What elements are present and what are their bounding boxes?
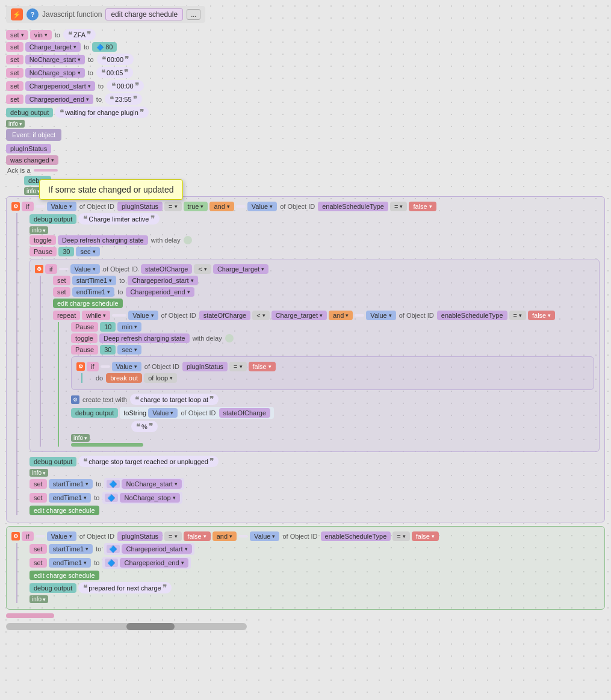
- while-chip[interactable]: while: [82, 311, 110, 320]
- plugin-status-id[interactable]: plugInStatus: [117, 202, 163, 211]
- break-out-chip[interactable]: break out: [106, 373, 142, 383]
- ct-ref2-chip[interactable]: Charge_target: [271, 311, 327, 320]
- false4-chip[interactable]: false: [184, 531, 211, 541]
- deep-refresh2-chip[interactable]: Deep refresh charging state: [99, 333, 190, 343]
- set-chip2[interactable]: set: [6, 42, 23, 52]
- debug-chip[interactable]: debug output: [6, 108, 53, 117]
- value1-chip[interactable]: Value: [47, 202, 76, 211]
- eq1-chip[interactable]: =: [164, 202, 181, 211]
- nocharge-stop-chip[interactable]: NoCharge_stop: [25, 68, 85, 78]
- set-chip6[interactable]: set: [6, 94, 23, 104]
- scrollbar-thumb[interactable]: [126, 623, 175, 630]
- eq2-chip[interactable]: =: [390, 202, 407, 211]
- set-chip5[interactable]: set: [6, 81, 23, 91]
- value7-chip[interactable]: Value: [148, 408, 178, 418]
- if4-chip[interactable]: if: [22, 531, 34, 541]
- if3-chip[interactable]: if: [87, 362, 99, 371]
- pause3-chip[interactable]: Pause: [71, 345, 98, 355]
- info-select5[interactable]: info: [29, 469, 48, 477]
- vin-chip[interactable]: vin: [30, 30, 52, 40]
- false1-chip[interactable]: false: [409, 202, 436, 211]
- false5-chip[interactable]: false: [412, 531, 439, 541]
- chargeperiod-end-chip[interactable]: Chargeperiod_end: [25, 94, 93, 104]
- false3-chip[interactable]: false: [249, 362, 276, 371]
- repeat-chip[interactable]: repeat: [53, 311, 80, 320]
- debug-chip5[interactable]: debug output: [29, 457, 76, 466]
- chargeperiod-start-chip[interactable]: Chargeperiod_start: [25, 81, 95, 91]
- enable-sched2-chip[interactable]: enableScheduleType: [437, 311, 507, 320]
- sec1-chip[interactable]: sec: [76, 247, 99, 256]
- sec2-chip[interactable]: sec: [117, 345, 141, 355]
- endtime3-chip[interactable]: endTime1: [49, 558, 91, 568]
- charge-target-chip[interactable]: Charge_target: [25, 42, 81, 52]
- eq4-chip[interactable]: =: [229, 362, 246, 371]
- starttime2-chip[interactable]: startTime1: [49, 479, 93, 489]
- plugin-status-chip[interactable]: plugInStatus: [6, 144, 51, 153]
- of-loop-chip[interactable]: of loop: [144, 373, 177, 383]
- info-select6[interactable]: info: [29, 595, 48, 603]
- if1-chip[interactable]: if: [22, 202, 34, 211]
- edit-schedule2-chip[interactable]: edit charge schedule: [29, 506, 99, 515]
- and1-chip[interactable]: and: [209, 202, 234, 211]
- set-chip3[interactable]: set: [6, 55, 23, 64]
- false2-chip[interactable]: false: [528, 311, 555, 320]
- debug-chip4[interactable]: debug output: [71, 408, 118, 418]
- nc-stop-chip[interactable]: NoCharge_stop: [120, 493, 179, 503]
- edit-schedule3-chip[interactable]: edit charge schedule: [29, 571, 99, 580]
- value3-chip[interactable]: Value: [70, 264, 100, 274]
- debug-chip3[interactable]: debug output: [29, 214, 76, 224]
- cp-end2-chip[interactable]: Chargeperiod_end: [120, 558, 188, 568]
- endtime2-chip[interactable]: endTime1: [49, 493, 91, 503]
- info-select1[interactable]: info: [6, 120, 25, 128]
- toggle1-chip[interactable]: toggle: [29, 235, 56, 245]
- eq5-chip[interactable]: =: [164, 531, 181, 541]
- eq6-chip[interactable]: =: [392, 531, 409, 541]
- cp-start2-chip[interactable]: Chargeperiod_start: [122, 544, 191, 554]
- toggle2-chip[interactable]: toggle: [71, 333, 98, 343]
- lt1-chip[interactable]: <: [194, 264, 211, 274]
- value2-chip[interactable]: Value: [247, 202, 277, 211]
- dots-button[interactable]: ...: [187, 9, 200, 20]
- value5-chip[interactable]: Value: [366, 311, 395, 320]
- enable-sched3-chip[interactable]: enableScheduleType: [321, 531, 391, 541]
- deep-refresh1-chip[interactable]: Deep refresh charging state: [58, 235, 148, 245]
- set-end2-chip[interactable]: set: [29, 493, 47, 503]
- set-end1-chip[interactable]: set: [53, 287, 70, 297]
- was-changed-chip[interactable]: was changed: [6, 155, 58, 165]
- info-select3[interactable]: info: [29, 226, 48, 234]
- value9-chip[interactable]: Value: [250, 531, 279, 541]
- func-name[interactable]: edit charge schedule: [105, 8, 183, 20]
- soc-chip[interactable]: stateOfCharge: [141, 264, 193, 274]
- and3-chip[interactable]: and: [212, 531, 237, 541]
- starttime1-chip[interactable]: startTime1: [72, 276, 117, 285]
- horizontal-scrollbar[interactable]: [6, 623, 247, 630]
- eq3-chip[interactable]: =: [509, 311, 526, 320]
- plugin-status2-chip[interactable]: plugInStatus: [182, 362, 228, 371]
- and2-chip[interactable]: and: [329, 311, 353, 320]
- lt2-chip[interactable]: <: [252, 311, 269, 320]
- set-chip[interactable]: set: [6, 30, 28, 40]
- cp-start-chip[interactable]: Chargeperiod_start: [128, 276, 197, 285]
- pause1-chip[interactable]: Pause: [29, 247, 57, 256]
- set-start2-chip[interactable]: set: [29, 479, 47, 489]
- set-chip4[interactable]: set: [6, 68, 23, 78]
- value8-chip[interactable]: Value: [47, 531, 76, 541]
- pause2-chip[interactable]: Pause: [71, 322, 98, 332]
- enable-schedule-id[interactable]: enableScheduleType: [318, 202, 388, 211]
- true-chip[interactable]: true: [184, 202, 208, 211]
- soc3-chip[interactable]: stateOfCharge: [219, 408, 271, 418]
- info-select4[interactable]: info: [71, 434, 90, 442]
- nocharge-start-chip[interactable]: NoCharge_start: [25, 55, 85, 64]
- soc2-chip[interactable]: stateOfCharge: [199, 311, 251, 320]
- value6-chip[interactable]: Value: [112, 362, 141, 371]
- set-end3-chip[interactable]: set: [29, 558, 47, 568]
- starttime3-chip[interactable]: startTime1: [49, 544, 93, 554]
- min-chip[interactable]: min: [117, 322, 141, 332]
- charge-target-ref-chip[interactable]: Charge_target: [213, 264, 268, 274]
- value4-chip[interactable]: Value: [128, 311, 158, 320]
- endtime1-chip[interactable]: endTime1: [72, 287, 115, 297]
- edit-schedule1-chip[interactable]: edit charge schedule: [53, 299, 123, 308]
- nc-start-chip[interactable]: NoCharge_start: [122, 479, 182, 489]
- cp-end-chip[interactable]: Chargeperiod_end: [126, 287, 194, 297]
- if2-chip[interactable]: if: [45, 264, 57, 274]
